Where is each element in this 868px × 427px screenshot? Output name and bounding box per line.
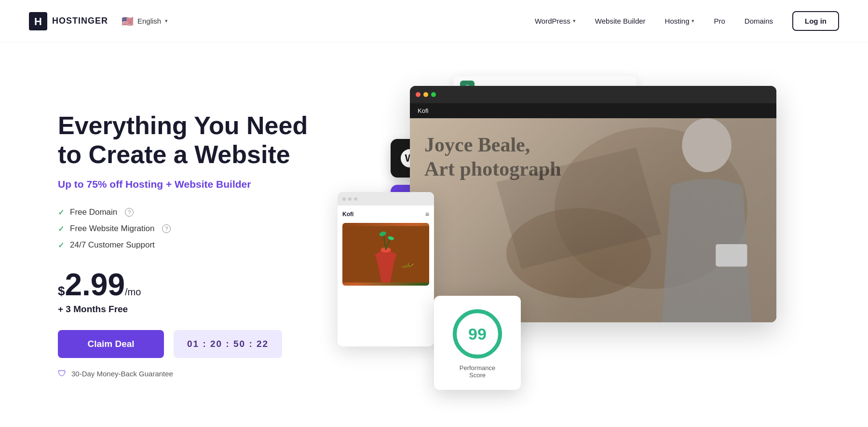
nav-left: H HOSTINGER 🇺🇸 English ▾: [29, 12, 168, 30]
guarantee: 🛡 30-Day Money-Back Guarantee: [58, 369, 309, 379]
svg-point-20: [410, 263, 411, 265]
small-site-name: Kofi: [342, 211, 353, 218]
info-icon-1[interactable]: ?: [125, 208, 134, 217]
hero-title: Everything You Need to Create a Website: [58, 111, 309, 169]
price-main: 2.99: [65, 269, 125, 300]
browser-mockup-small: Kofi ≡: [338, 192, 434, 346]
feature-migration: ✓ Free Website Migration ?: [58, 224, 309, 234]
cta-row: Claim Deal 01 : 20 : 50 : 22: [58, 330, 309, 358]
person-silhouette: [602, 118, 767, 322]
svg-text:H: H: [34, 15, 42, 28]
price-row: $ 2.99 /mo: [58, 269, 309, 300]
subtitle-suffix: Hosting + Website Builder: [122, 179, 251, 190]
nav-domains-label: Domains: [745, 17, 773, 25]
performance-circle: 99: [451, 307, 504, 360]
svg-rect-12: [716, 244, 747, 267]
shield-icon: 🛡: [58, 369, 67, 379]
dot-yellow: [423, 92, 428, 97]
nav-pro[interactable]: Pro: [714, 17, 725, 25]
hostinger-logo-icon: H: [29, 12, 47, 30]
subtitle-prefix: Up to: [58, 179, 86, 190]
small-browser-content: Kofi ≡: [338, 206, 434, 294]
small-dot-3: [354, 197, 357, 201]
guarantee-text: 30-Day Money-Back Guarantee: [71, 370, 173, 378]
site-hero-image: Joyce Beale, Art photograph: [410, 118, 776, 322]
browser-bar-large: [410, 86, 776, 103]
dot-green: [431, 92, 436, 97]
small-site-art: [342, 223, 429, 286]
hero-visual: 🔒 .com W ⬡: [328, 71, 839, 419]
svg-point-19: [407, 263, 412, 267]
nav-hosting[interactable]: Hosting ▾: [665, 17, 695, 25]
performance-label: PerformanceScore: [460, 364, 495, 379]
nav-domains[interactable]: Domains: [745, 17, 773, 25]
check-icon-3: ✓: [58, 241, 64, 250]
countdown-timer: 01 : 20 : 50 : 22: [174, 330, 282, 358]
nav-right: WordPress ▾ Website Builder Hosting ▾ Pr…: [535, 11, 839, 31]
hero-subtitle: Up to 75% off Hosting + Website Builder: [58, 179, 309, 190]
login-button[interactable]: Log in: [792, 11, 839, 31]
performance-number: 99: [468, 324, 487, 343]
price-bonus: + 3 Months Free: [58, 304, 309, 315]
feature-support: ✓ 24/7 Customer Support: [58, 240, 309, 250]
dot-red: [416, 92, 420, 97]
navbar: H HOSTINGER 🇺🇸 English ▾ WordPress ▾ Web…: [0, 0, 868, 42]
hosting-chevron-icon: ▾: [692, 18, 694, 24]
info-icon-2[interactable]: ?: [162, 224, 171, 233]
subtitle-highlight: 75% off: [86, 179, 122, 190]
browser-content-large: Kofi Joyce Beale, Art photograph: [410, 103, 776, 322]
flag-icon: 🇺🇸: [122, 15, 134, 27]
nav-pro-label: Pro: [714, 17, 725, 25]
site-name: Kofi: [418, 107, 428, 114]
price-period: /mo: [125, 287, 141, 298]
browser-mockup-large: Kofi Joyce Beale, Art photograph: [410, 86, 776, 322]
nav-website-builder[interactable]: Website Builder: [595, 17, 646, 25]
logo[interactable]: H HOSTINGER: [29, 12, 108, 30]
language-label: English: [137, 17, 161, 25]
nav-hosting-label: Hosting: [665, 17, 690, 25]
small-site-nav: Kofi ≡: [342, 210, 429, 218]
svg-point-11: [682, 118, 731, 172]
price-block: $ 2.99 /mo + 3 Months Free: [58, 269, 309, 315]
small-site-image: [342, 223, 429, 286]
feature-3-text: 24/7 Customer Support: [70, 240, 155, 250]
brand-name: HOSTINGER: [52, 16, 108, 26]
feature-2-text: Free Website Migration: [70, 224, 154, 234]
nav-wordpress-label: WordPress: [535, 17, 570, 25]
price-dollar: $: [58, 284, 65, 299]
claim-deal-button[interactable]: Claim Deal: [58, 330, 164, 358]
small-dot-2: [348, 197, 352, 201]
nav-wordpress[interactable]: WordPress ▾: [535, 17, 576, 25]
wordpress-chevron-icon: ▾: [573, 18, 576, 24]
check-icon-1: ✓: [58, 208, 64, 217]
hamburger-icon: ≡: [425, 210, 429, 218]
hero-section: Everything You Need to Create a Website …: [0, 42, 868, 427]
nav-website-builder-label: Website Builder: [595, 17, 646, 25]
performance-score-card: 99 PerformanceScore: [434, 296, 521, 390]
hero-left: Everything You Need to Create a Website …: [58, 111, 309, 379]
lang-chevron-icon: ▾: [165, 18, 168, 24]
feature-free-domain: ✓ Free Domain ?: [58, 207, 309, 217]
check-icon-2: ✓: [58, 224, 64, 234]
browser-bar-small: [338, 192, 434, 206]
feature-1-text: Free Domain: [70, 207, 117, 217]
features-list: ✓ Free Domain ? ✓ Free Website Migration…: [58, 207, 309, 250]
language-selector[interactable]: 🇺🇸 English ▾: [122, 15, 168, 27]
small-dot-1: [342, 197, 346, 201]
site-nav-bar: Kofi: [410, 103, 776, 118]
